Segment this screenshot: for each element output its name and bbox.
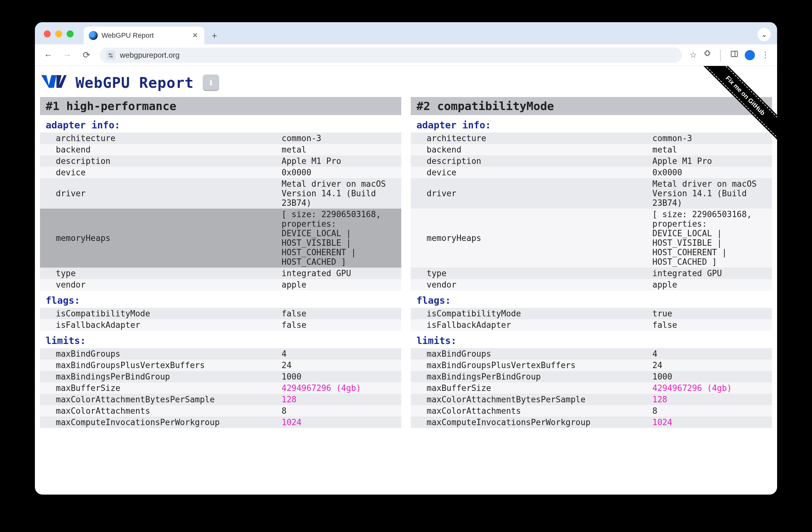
- svg-point-1: [111, 56, 113, 57]
- row-key: maxComputeInvocationsPerWorkgroup: [40, 417, 278, 428]
- row-key: isCompatibilityMode: [411, 308, 649, 319]
- row-value: integrated GPU: [649, 268, 772, 279]
- table-row[interactable]: vendorapple: [411, 279, 772, 291]
- row-value: false: [278, 319, 401, 331]
- tab-list-button[interactable]: ⌄: [757, 28, 771, 41]
- table-row[interactable]: maxColorAttachmentBytesPerSample128: [40, 394, 401, 405]
- row-value: 8: [278, 405, 401, 417]
- row-key: vendor: [411, 279, 649, 291]
- table-row[interactable]: device0x0000: [40, 167, 401, 178]
- row-key: maxColorAttachments: [40, 405, 278, 417]
- row-value: 1000: [278, 371, 401, 382]
- address-bar[interactable]: webgpureport.org: [100, 47, 682, 63]
- table-row[interactable]: maxColorAttachments8: [411, 405, 772, 417]
- row-value: 0x0000: [649, 167, 772, 178]
- browser-tab[interactable]: WebGPU Report ✕: [84, 27, 204, 44]
- table-row[interactable]: architecturecommon-3: [40, 133, 401, 144]
- separator: │: [718, 50, 724, 61]
- row-value: 24: [278, 359, 401, 371]
- minimize-window-button[interactable]: [55, 30, 62, 38]
- table-row[interactable]: maxBindingsPerBindGroup1000: [40, 371, 401, 382]
- table-row[interactable]: memoryHeaps[ size: 22906503168, properti…: [411, 209, 772, 268]
- tab-strip: WebGPU Report ✕ ＋ ⌄: [35, 22, 777, 44]
- reload-button[interactable]: ⟳: [81, 50, 92, 60]
- row-key: architecture: [411, 133, 649, 144]
- row-value: apple: [649, 279, 772, 291]
- toolbar-actions: ☆ │ ⋮: [690, 50, 769, 61]
- extensions-icon[interactable]: [703, 50, 711, 60]
- forward-button[interactable]: →: [61, 50, 73, 60]
- table-row[interactable]: maxBindGroupsPlusVertexBuffers24: [40, 359, 401, 371]
- row-value: true: [649, 308, 772, 319]
- row-key: maxBindGroups: [40, 348, 278, 359]
- table-row[interactable]: isCompatibilityModefalse: [40, 308, 401, 319]
- section-title: limits:: [411, 331, 772, 348]
- table-row[interactable]: isFallbackAdapterfalse: [411, 319, 772, 331]
- row-value: Metal driver on macOS Version 14.1 (Buil…: [649, 178, 772, 209]
- table-row[interactable]: driverMetal driver on macOS Version 14.1…: [411, 178, 772, 209]
- new-tab-button[interactable]: ＋: [208, 29, 221, 42]
- row-key: device: [411, 167, 649, 178]
- table-row[interactable]: vendorapple: [40, 279, 401, 291]
- row-value: 128: [278, 394, 401, 405]
- kv-table: architecturecommon-3backendmetaldescript…: [411, 133, 772, 291]
- zoom-window-button[interactable]: [67, 30, 74, 38]
- row-value: [ size: 22906503168, properties: DEVICE_…: [649, 209, 772, 268]
- row-key: description: [411, 156, 649, 167]
- row-key: driver: [40, 178, 278, 209]
- table-row[interactable]: driverMetal driver on macOS Version 14.1…: [40, 178, 401, 209]
- menu-icon[interactable]: ⋮: [761, 50, 769, 60]
- table-row[interactable]: maxBindGroups4: [40, 348, 401, 359]
- kv-table: isCompatibilityModetrueisFallbackAdapter…: [411, 308, 772, 331]
- table-row[interactable]: memoryHeaps[ size: 22906503168, properti…: [40, 209, 401, 268]
- row-key: architecture: [40, 133, 278, 144]
- table-row[interactable]: descriptionApple M1 Pro: [40, 156, 401, 167]
- table-row[interactable]: maxColorAttachments8: [40, 405, 401, 417]
- svg-rect-2: [731, 51, 738, 56]
- row-key: isFallbackAdapter: [40, 319, 278, 331]
- row-key: memoryHeaps: [40, 209, 278, 268]
- row-value: 4294967296 (4gb): [278, 382, 401, 394]
- row-value: apple: [278, 279, 401, 291]
- table-row[interactable]: maxComputeInvocationsPerWorkgroup1024: [411, 417, 772, 428]
- table-row[interactable]: typeintegrated GPU: [411, 268, 772, 279]
- profile-avatar[interactable]: [745, 50, 755, 60]
- table-row[interactable]: maxComputeInvocationsPerWorkgroup1024: [40, 417, 401, 428]
- table-row[interactable]: descriptionApple M1 Pro: [411, 156, 772, 167]
- bookmark-icon[interactable]: ☆: [690, 50, 697, 60]
- page-content: Fix me on GitHub WebGPU Report ⬇ #1 high…: [35, 66, 777, 494]
- row-value: Metal driver on macOS Version 14.1 (Buil…: [278, 178, 401, 209]
- row-key: maxBufferSize: [411, 382, 649, 394]
- row-value: [ size: 22906503168, properties: DEVICE_…: [278, 209, 401, 268]
- table-row[interactable]: maxBindingsPerBindGroup1000: [411, 371, 772, 382]
- section-title: adapter info:: [40, 115, 401, 133]
- github-ribbon[interactable]: Fix me on GitHub: [688, 66, 777, 155]
- site-info-icon[interactable]: [106, 50, 115, 60]
- table-row[interactable]: device0x0000: [411, 167, 772, 178]
- browser-toolbar: ← → ⟳ webgpureport.org ☆ │ ⋮: [35, 44, 777, 66]
- table-row[interactable]: maxColorAttachmentBytesPerSample128: [411, 394, 772, 405]
- row-value: integrated GPU: [278, 268, 401, 279]
- table-row[interactable]: isCompatibilityModetrue: [411, 308, 772, 319]
- back-button[interactable]: ←: [43, 50, 54, 60]
- table-row[interactable]: typeintegrated GPU: [40, 268, 401, 279]
- row-key: maxBindGroupsPlusVertexBuffers: [40, 359, 278, 371]
- adapter-column: #1 high-performanceadapter info:architec…: [40, 97, 401, 428]
- row-key: memoryHeaps: [411, 209, 649, 268]
- row-value: 4: [278, 348, 401, 359]
- table-row[interactable]: isFallbackAdapterfalse: [40, 319, 401, 331]
- download-button[interactable]: ⬇: [203, 74, 219, 91]
- close-window-button[interactable]: [44, 30, 51, 38]
- row-key: maxBufferSize: [40, 382, 278, 394]
- close-tab-icon[interactable]: ✕: [192, 31, 198, 40]
- row-key: device: [40, 167, 278, 178]
- url-text: webgpureport.org: [120, 51, 179, 60]
- row-value: common-3: [278, 133, 401, 144]
- table-row[interactable]: maxBindGroups4: [411, 348, 772, 359]
- table-row[interactable]: maxBindGroupsPlusVertexBuffers24: [411, 359, 772, 371]
- table-row[interactable]: backendmetal: [40, 144, 401, 156]
- side-panel-icon[interactable]: [730, 50, 738, 60]
- section-title: limits:: [40, 331, 401, 348]
- table-row[interactable]: maxBufferSize4294967296 (4gb): [411, 382, 772, 394]
- table-row[interactable]: maxBufferSize4294967296 (4gb): [40, 382, 401, 394]
